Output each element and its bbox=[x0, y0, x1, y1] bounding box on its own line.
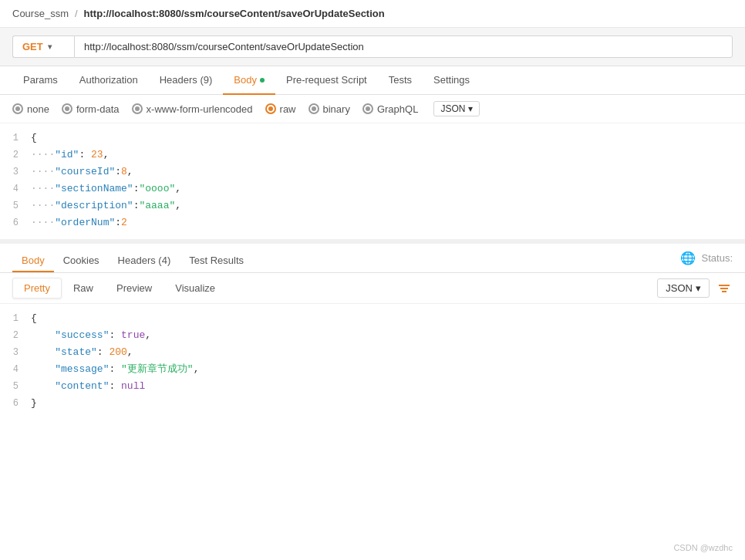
method-dropdown[interactable]: GET ▾ bbox=[12, 35, 74, 58]
body-type-form-data[interactable]: form-data bbox=[62, 103, 120, 115]
body-type-binary[interactable]: binary bbox=[308, 103, 350, 115]
body-type-urlencoded[interactable]: x-www-form-urlencoded bbox=[132, 103, 253, 115]
chevron-down-icon: ▾ bbox=[48, 42, 52, 51]
body-type-graphql[interactable]: GraphQL bbox=[362, 103, 418, 115]
radio-urlencoded bbox=[132, 103, 143, 114]
radio-graphql bbox=[362, 103, 373, 114]
tab-response-cookies[interactable]: Cookies bbox=[54, 250, 109, 272]
code-line: 5 "content": null bbox=[0, 378, 745, 395]
tab-pre-request-script[interactable]: Pre-request Script bbox=[275, 66, 378, 95]
breadcrumb-url[interactable]: http://localhost:8080/ssm/courseContent/… bbox=[84, 8, 385, 19]
tab-response-headers[interactable]: Headers (4) bbox=[109, 250, 180, 272]
chevron-down-icon: ▾ bbox=[468, 103, 473, 114]
code-line: 2 ····"id": 23, bbox=[0, 147, 745, 164]
body-type-none[interactable]: none bbox=[12, 103, 49, 115]
json-format-label: JSON bbox=[440, 103, 465, 114]
request-tabs: Params Authorization Headers (9) Body Pr… bbox=[0, 66, 745, 95]
tab-body[interactable]: Body bbox=[223, 66, 275, 95]
tab-authorization[interactable]: Authorization bbox=[69, 66, 149, 95]
globe-icon[interactable]: 🌐 bbox=[680, 251, 696, 265]
tab-settings[interactable]: Settings bbox=[423, 66, 480, 95]
tab-headers[interactable]: Headers (9) bbox=[149, 66, 224, 95]
code-line: 5 ····"description":"aaaa", bbox=[0, 197, 745, 214]
response-tabs: Body Cookies Headers (4) Test Results 🌐 … bbox=[0, 244, 745, 273]
code-line: 4 "message": "更新章节成功", bbox=[0, 361, 745, 378]
body-type-raw[interactable]: raw bbox=[265, 103, 296, 115]
code-line: 6 } bbox=[0, 395, 745, 412]
code-line: 1 { bbox=[0, 130, 745, 147]
response-body-editor[interactable]: 1 { 2 "success": true, 3 "state": 200, 4… bbox=[0, 304, 745, 420]
code-line: 4 ····"sectionName":"oooo", bbox=[0, 180, 745, 197]
filter-icon[interactable] bbox=[716, 280, 733, 297]
url-input[interactable] bbox=[74, 35, 733, 58]
body-dot-icon bbox=[260, 78, 265, 83]
code-line: 2 "success": true, bbox=[0, 327, 745, 344]
breadcrumb: Course_ssm / http://localhost:8080/ssm/c… bbox=[0, 0, 745, 28]
tab-response-test-results[interactable]: Test Results bbox=[180, 250, 253, 272]
format-tab-preview[interactable]: Preview bbox=[105, 278, 163, 299]
code-line: 3 "state": 200, bbox=[0, 344, 745, 361]
format-tab-raw[interactable]: Raw bbox=[62, 278, 105, 299]
status-label: Status: bbox=[702, 252, 733, 264]
method-label: GET bbox=[22, 41, 43, 52]
format-right-controls: JSON ▾ bbox=[657, 278, 733, 298]
format-tabs: Pretty Raw Preview Visualize JSON ▾ bbox=[0, 273, 745, 304]
request-body-editor[interactable]: 1 { 2 ····"id": 23, 3 ····"courseId":8, … bbox=[0, 123, 745, 239]
code-line: 1 { bbox=[0, 310, 745, 327]
response-json-dropdown[interactable]: JSON ▾ bbox=[657, 278, 710, 298]
url-bar: GET ▾ bbox=[0, 28, 745, 66]
breadcrumb-separator: / bbox=[75, 8, 78, 19]
tab-tests[interactable]: Tests bbox=[378, 66, 423, 95]
tab-response-body[interactable]: Body bbox=[12, 250, 54, 272]
tab-params[interactable]: Params bbox=[12, 66, 69, 95]
breadcrumb-project[interactable]: Course_ssm bbox=[12, 8, 69, 19]
radio-binary bbox=[308, 103, 319, 114]
body-type-selectors: none form-data x-www-form-urlencoded raw… bbox=[0, 95, 745, 123]
json-format-dropdown[interactable]: JSON ▾ bbox=[433, 101, 480, 116]
format-tab-pretty[interactable]: Pretty bbox=[12, 278, 62, 299]
radio-none bbox=[12, 103, 23, 114]
chevron-down-icon: ▾ bbox=[696, 282, 701, 294]
code-line: 6 ····"orderNum":2 bbox=[0, 214, 745, 231]
code-line: 3 ····"courseId":8, bbox=[0, 164, 745, 180]
radio-form-data bbox=[62, 103, 72, 114]
response-json-label: JSON bbox=[666, 282, 693, 294]
radio-raw bbox=[265, 103, 276, 114]
format-tab-visualize[interactable]: Visualize bbox=[163, 278, 227, 299]
response-status-area: 🌐 Status: bbox=[680, 251, 733, 265]
